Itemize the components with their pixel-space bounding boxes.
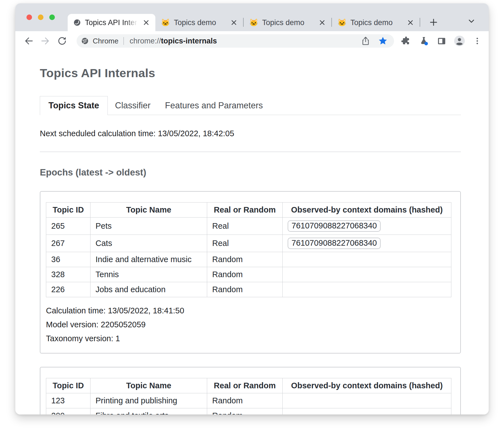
share-icon xyxy=(361,36,370,46)
close-tab-icon[interactable] xyxy=(230,18,238,27)
tab-strip: Topics API Intern 🐱 Topics demo 🐱 Topics… xyxy=(15,3,489,31)
topic-id-cell: 265 xyxy=(46,218,90,235)
tab-topics-demo-3[interactable]: 🐱 Topics demo xyxy=(332,14,420,31)
observed-domains-cell xyxy=(283,408,451,415)
table-row: 267 Cats Real 7610709088227068340 xyxy=(46,235,451,252)
profile-avatar-icon xyxy=(454,35,465,47)
real-or-random-cell: Random xyxy=(207,408,283,415)
observed-domains-cell xyxy=(283,252,451,267)
kebab-menu-icon xyxy=(473,36,482,46)
column-header: Observed-by context domains (hashed) xyxy=(283,378,451,393)
back-button[interactable] xyxy=(23,35,35,47)
tab-topics-state[interactable]: Topics State xyxy=(40,96,108,115)
column-header: Topic Name xyxy=(90,378,207,393)
hashed-domain-field[interactable]: 7610709088227068340 xyxy=(288,238,381,249)
column-header: Topic ID xyxy=(46,378,90,393)
topics-table: Topic IDTopic NameReal or RandomObserved… xyxy=(46,378,451,414)
close-tab-icon[interactable] xyxy=(406,18,415,27)
new-tab-button[interactable] xyxy=(429,17,439,27)
page-content: Topics API Internals Topics State Classi… xyxy=(15,66,489,414)
topic-name-cell: Printing and publishing xyxy=(90,393,207,408)
topics-table: Topic IDTopic NameReal or RandomObserved… xyxy=(46,202,451,297)
observed-domains-cell: 7610709088227068340 xyxy=(283,218,451,235)
tab-classifier[interactable]: Classifier xyxy=(108,96,158,115)
calculation-time: Calculation time: 13/05/2022, 18:41:50 xyxy=(46,306,452,315)
table-header-row: Topic IDTopic NameReal or RandomObserved… xyxy=(46,203,451,218)
close-window-button[interactable] xyxy=(26,14,32,20)
table-row: 328 Tennis Random xyxy=(46,267,451,282)
real-or-random-cell: Random xyxy=(207,282,283,297)
extensions-button[interactable] xyxy=(400,35,412,47)
tab-topics-api-internals[interactable]: Topics API Intern xyxy=(68,14,155,31)
table-row: 123 Printing and publishing Random xyxy=(46,393,451,408)
tab-features-and-parameters[interactable]: Features and Parameters xyxy=(158,96,270,115)
address-bar[interactable]: Chrome chrome://topics-internals xyxy=(77,34,394,48)
share-button[interactable] xyxy=(360,35,371,47)
next-calculation-time: Next scheduled calculation time: 13/05/2… xyxy=(40,129,461,138)
puzzle-icon xyxy=(401,36,411,46)
topic-id-cell: 267 xyxy=(46,235,90,252)
url-scheme: chrome:// xyxy=(129,37,161,45)
forward-arrow-icon xyxy=(40,36,50,46)
cat-emoji-icon: 🐱 xyxy=(249,18,258,27)
table-row: 200 Fibre and textile arts Random xyxy=(46,408,451,415)
tab-separator xyxy=(420,18,420,27)
close-tab-icon[interactable] xyxy=(142,18,150,27)
topic-name-cell: Pets xyxy=(90,218,207,235)
tab-topics-demo-2[interactable]: 🐱 Topics demo xyxy=(244,14,331,31)
tab-topics-demo-1[interactable]: 🐱 Topics demo xyxy=(155,14,243,31)
forward-button[interactable] xyxy=(39,35,52,47)
close-tab-icon[interactable] xyxy=(318,18,326,27)
section-divider xyxy=(40,152,461,152)
topic-id-cell: 36 xyxy=(46,252,90,267)
plus-icon xyxy=(429,18,438,27)
table-header-row: Topic IDTopic NameReal or RandomObserved… xyxy=(46,378,451,393)
chevron-down-icon xyxy=(467,16,476,26)
topic-name-cell: Tennis xyxy=(90,267,207,282)
column-header: Real or Random xyxy=(207,203,283,218)
topic-id-cell: 226 xyxy=(46,282,90,297)
epoch-metadata: Calculation time: 13/05/2022, 18:41:50 M… xyxy=(46,306,452,343)
window-controls xyxy=(15,3,68,31)
taxonomy-version: Taxonomy version: 1 xyxy=(46,334,452,343)
real-or-random-cell: Real xyxy=(207,235,283,252)
profile-button[interactable] xyxy=(454,35,465,47)
observed-domains-cell xyxy=(283,282,451,297)
page-tab-bar: Topics State Classifier Features and Par… xyxy=(40,96,461,115)
tab-title: Topics demo xyxy=(174,18,227,27)
topic-name-cell: Jobs and education xyxy=(90,282,207,297)
back-arrow-icon xyxy=(24,36,34,46)
tab-search-chevron-button[interactable] xyxy=(466,16,476,26)
topic-id-cell: 200 xyxy=(46,408,90,415)
epoch-panel: Topic IDTopic NameReal or RandomObserved… xyxy=(40,367,461,414)
model-version: Model version: 2205052059 xyxy=(46,320,452,329)
topic-name-cell: Indie and alternative music xyxy=(90,252,207,267)
star-filled-icon xyxy=(378,36,388,46)
bookmark-star-button[interactable] xyxy=(377,35,388,47)
minimize-window-button[interactable] xyxy=(38,14,43,20)
observed-domains-cell xyxy=(283,267,451,282)
zoom-window-button[interactable] xyxy=(49,14,55,20)
real-or-random-cell: Real xyxy=(207,218,283,235)
hashed-domain-field[interactable]: 7610709088227068340 xyxy=(288,220,381,232)
side-panel-icon xyxy=(437,36,447,46)
browser-menu-button[interactable] xyxy=(471,35,483,47)
topic-id-cell: 123 xyxy=(46,393,90,408)
omnibox-divider xyxy=(123,37,124,45)
cat-emoji-icon: 🐱 xyxy=(161,18,170,27)
column-header: Real or Random xyxy=(207,378,283,393)
side-panel-button[interactable] xyxy=(436,35,447,47)
experiments-button[interactable] xyxy=(418,35,430,47)
url-host: topics-internals xyxy=(161,37,217,45)
real-or-random-cell: Random xyxy=(207,393,283,408)
topic-id-cell: 328 xyxy=(46,267,90,282)
table-row: 226 Jobs and education Random xyxy=(46,282,451,297)
internals-globe-icon xyxy=(73,19,81,26)
reload-button[interactable] xyxy=(56,35,68,47)
cat-emoji-icon: 🐱 xyxy=(337,18,346,27)
tab-title: Topics demo xyxy=(262,18,316,27)
flask-icon xyxy=(419,36,429,46)
tab-title: Topics demo xyxy=(350,18,404,27)
topic-name-cell: Fibre and textile arts xyxy=(90,408,207,415)
reload-icon xyxy=(57,36,67,46)
